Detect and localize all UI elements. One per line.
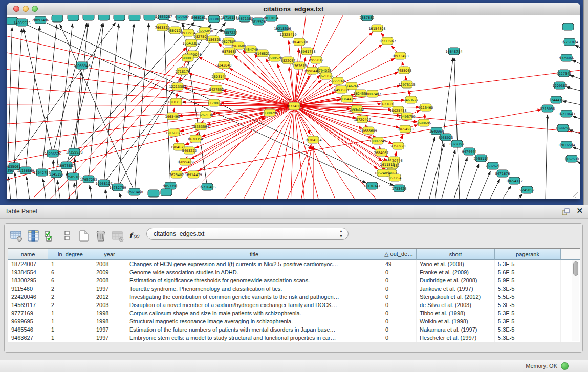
column-header-in_degree[interactable]: in_degree <box>48 249 93 260</box>
network-node[interactable]: 1611513 <box>380 161 395 168</box>
table-cell[interactable]: Structural magnetic resonance image aver… <box>126 317 382 325</box>
table-cell[interactable]: 0 <box>382 309 417 317</box>
table-cell[interactable]: 0 <box>382 285 417 293</box>
table-cell[interactable]: Yano et al. (2008) <box>417 260 495 268</box>
network-node[interactable]: 9860128 <box>168 27 183 34</box>
column-header-short[interactable]: short <box>417 249 495 260</box>
network-node[interactable]: 16099489 <box>177 158 193 165</box>
network-node[interactable]: 1244419 <box>549 96 564 103</box>
network-node[interactable]: 5498222 <box>182 147 197 154</box>
network-node[interactable] <box>148 190 159 197</box>
network-node[interactable]: 10654112 <box>506 177 522 184</box>
table-cell[interactable]: 2008 <box>93 276 126 285</box>
column-header-pagerank[interactable]: pagerank <box>495 249 561 260</box>
table-row[interactable]: 969969511998Structural magnetic resonanc… <box>8 317 580 325</box>
row-height-icon[interactable] <box>60 230 74 242</box>
network-node[interactable] <box>129 15 140 21</box>
table-row[interactable]: 1456911722003Disruption of a novel membe… <box>8 301 580 309</box>
table-cell[interactable]: 2008 <box>93 260 126 268</box>
network-node[interactable] <box>83 15 94 20</box>
table-cell[interactable]: Genome-wide association studies in ADHD. <box>126 268 382 276</box>
network-node[interactable]: 7857224 <box>223 29 238 36</box>
network-node[interactable]: 15751074 <box>561 38 578 46</box>
network-node[interactable]: 9115460 <box>419 104 433 111</box>
table-cell[interactable]: Jankovic et al. (1997) <box>417 285 495 293</box>
network-node[interactable]: 117006 <box>208 99 221 106</box>
table-cell[interactable]: 5.3E-5 <box>495 317 561 325</box>
network-node[interactable]: 9777169 <box>331 77 345 84</box>
close-panel-icon[interactable]: ✕ <box>576 206 583 215</box>
table-cell[interactable]: 1 <box>48 260 93 268</box>
table-row[interactable]: 911546021997Tourette syndrome. Phenomeno… <box>8 285 580 293</box>
network-node[interactable]: 7632621 <box>486 162 500 169</box>
delete-table-disabled-icon[interactable] <box>111 230 124 242</box>
network-node[interactable]: 2803144 <box>212 73 227 80</box>
table-cell[interactable]: 2012 <box>93 293 126 301</box>
table-cell[interactable]: 9465546 <box>8 325 48 334</box>
network-canvas[interactable]: 1403557520891406106532871527602846616116… <box>7 15 580 199</box>
table-cell[interactable]: 18724007 <box>8 260 48 268</box>
network-node[interactable]: 19654923 <box>397 125 413 133</box>
network-node[interactable]: 12923468 <box>126 188 143 195</box>
column-header-year[interactable]: year <box>93 249 126 260</box>
network-window[interactable]: citations_edges.txt 14035575208914061065… <box>7 3 580 199</box>
table-cell[interactable]: 14569117 <box>8 301 48 309</box>
table-cell[interactable]: 22420046 <box>8 293 48 301</box>
table-scrollbar[interactable] <box>572 260 579 341</box>
table-cell[interactable]: 1998 <box>93 317 126 325</box>
network-node[interactable]: 9756928 <box>391 142 406 149</box>
network-node[interactable]: 7625402 <box>169 171 184 178</box>
column-header-name[interactable]: name <box>8 249 48 260</box>
network-node[interactable]: 8427552 <box>209 85 224 93</box>
table-cell[interactable]: Investigating the contribution of common… <box>126 293 382 301</box>
table-row[interactable]: 1872400712008Changes of HCN gene express… <box>8 260 580 268</box>
network-node[interactable]: 6497568 <box>334 86 349 93</box>
table-cell[interactable]: 1997 <box>93 285 126 293</box>
table-cell[interactable]: Changes of HCN gene expression and I(f) … <box>126 260 382 268</box>
table-cell[interactable]: Estimation of significance thresholds fo… <box>126 276 382 285</box>
network-node[interactable] <box>144 15 155 20</box>
table-cell[interactable]: 5.3E-5 <box>495 334 561 342</box>
table-cell[interactable]: 0 <box>382 325 417 334</box>
table-cell[interactable]: 2009 <box>93 268 126 276</box>
network-node[interactable]: 8938923 <box>439 134 453 141</box>
resize-grip-icon[interactable] <box>572 191 579 198</box>
select-column-icon[interactable] <box>27 230 40 242</box>
table-settings-icon[interactable] <box>10 230 23 242</box>
network-node[interactable] <box>114 15 125 21</box>
table-cell[interactable]: 2 <box>48 285 93 293</box>
table-row[interactable]: 1938455462009Genome-wide association stu… <box>8 268 580 276</box>
table-cell[interactable]: 1998 <box>93 309 126 317</box>
network-node[interactable]: 6822057 <box>281 57 296 64</box>
table-row[interactable]: 1830029562008Estimation of significance … <box>8 276 580 285</box>
network-node[interactable]: 2887682 <box>360 15 375 21</box>
network-node[interactable]: 20053346 <box>73 62 90 69</box>
new-table-icon[interactable] <box>77 230 91 242</box>
table-cell[interactable]: 5.6E-5 <box>495 268 561 276</box>
network-node[interactable]: 18353594 <box>192 123 209 130</box>
network-node[interactable]: 9474444 <box>462 148 477 155</box>
table-cell[interactable]: 5.3E-5 <box>495 260 561 268</box>
network-node[interactable]: 8466161 <box>191 15 206 21</box>
table-cell[interactable]: Dudbridge et al. (2008) <box>417 276 495 285</box>
network-node[interactable]: 2935114 <box>474 155 489 162</box>
network-node[interactable]: 12213383 <box>169 83 186 90</box>
network-node[interactable]: 62160 <box>382 100 393 107</box>
network-node[interactable]: 8215958 <box>540 105 555 112</box>
table-cell[interactable]: 9115460 <box>8 285 48 293</box>
table-cell[interactable]: Hescheler et al. (1997) <box>417 334 495 342</box>
network-node[interactable]: 10719185 <box>221 15 237 21</box>
network-node[interactable]: 1599297 <box>556 124 571 132</box>
network-node[interactable] <box>68 15 79 21</box>
network-node[interactable]: 19384554 <box>304 136 321 143</box>
table-cell[interactable]: 0 <box>382 268 417 276</box>
network-node[interactable]: 9227341 <box>557 70 572 77</box>
table-cell[interactable]: 1 <box>48 334 93 342</box>
network-node[interactable]: 16543382 <box>182 39 199 47</box>
network-node[interactable] <box>161 189 172 196</box>
table-cell[interactable]: 1 <box>48 317 93 325</box>
network-node[interactable]: 1167533 <box>564 155 579 162</box>
table-cell[interactable]: Disruption of a novel member of a sodium… <box>126 301 382 309</box>
network-node[interactable]: 8267130 <box>199 111 213 118</box>
table-row[interactable]: 977716911998Corpus callosum shape and si… <box>8 309 580 317</box>
